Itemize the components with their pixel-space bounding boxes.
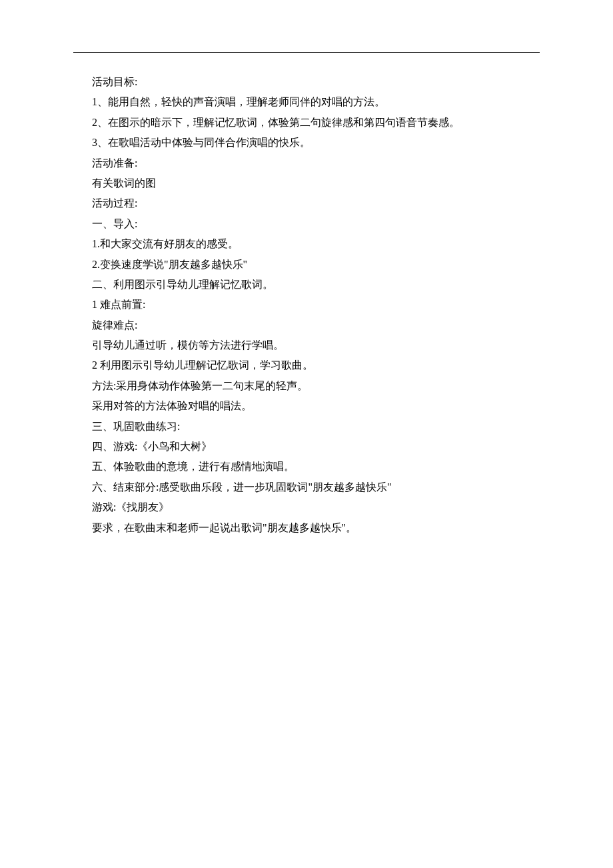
text-line: 六、结束部分:感受歌曲乐段，进一步巩固歌词"朋友越多越快乐" (92, 477, 521, 497)
text-line: 1 难点前置: (92, 295, 521, 315)
text-line: 要求，在歌曲末和老师一起说出歌词"朋友越多越快乐"。 (92, 518, 521, 538)
text-line: 二、利用图示引导幼儿理解记忆歌词。 (92, 275, 521, 295)
document-content: 活动目标: 1、能用自然，轻快的声音演唱，理解老师同伴的对唱的方法。 2、在图示… (92, 72, 521, 538)
text-line: 2.变换速度学说"朋友越多越快乐" (92, 255, 521, 275)
text-line: 2 利用图示引导幼儿理解记忆歌词，学习歌曲。 (92, 355, 521, 375)
text-line: 3、在歌唱活动中体验与同伴合作演唱的快乐。 (92, 133, 521, 153)
text-line: 活动过程: (92, 193, 521, 213)
text-line: 采用对答的方法体验对唱的唱法。 (92, 396, 521, 416)
text-line: 五、体验歌曲的意境，进行有感情地演唱。 (92, 457, 521, 477)
text-line: 一、导入: (92, 214, 521, 234)
horizontal-rule (73, 52, 540, 53)
text-line: 2、在图示的暗示下，理解记忆歌词，体验第二句旋律感和第四句语音节奏感。 (92, 113, 521, 133)
text-line: 1.和大家交流有好朋友的感受。 (92, 234, 521, 254)
text-line: 活动准备: (92, 153, 521, 173)
text-line: 四、游戏:《小鸟和大树》 (92, 437, 521, 457)
text-line: 引导幼儿通过听，模仿等方法进行学唱。 (92, 335, 521, 355)
text-line: 有关歌词的图 (92, 173, 521, 193)
text-line: 方法:采用身体动作体验第一二句末尾的轻声。 (92, 376, 521, 396)
text-line: 旋律难点: (92, 315, 521, 335)
text-line: 游戏:《找朋友》 (92, 497, 521, 517)
text-line: 活动目标: (92, 72, 521, 92)
text-line: 1、能用自然，轻快的声音演唱，理解老师同伴的对唱的方法。 (92, 92, 521, 112)
text-line: 三、巩固歌曲练习: (92, 417, 521, 437)
